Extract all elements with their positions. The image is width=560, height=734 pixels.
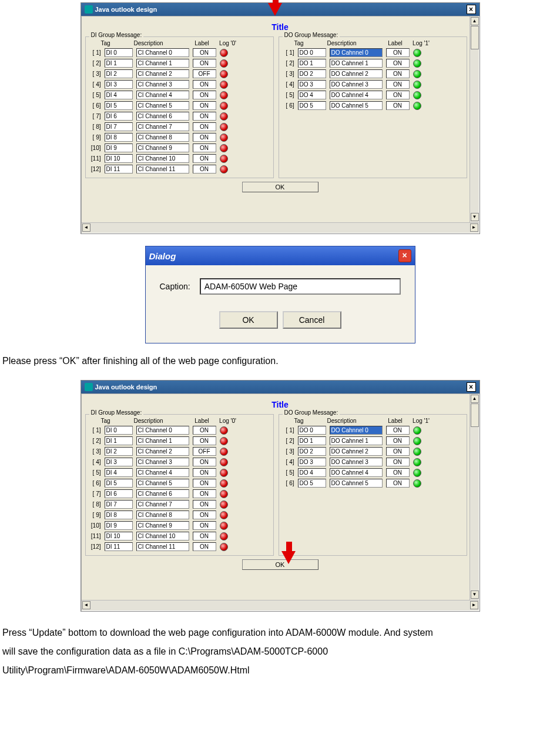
ok-button[interactable]: OK [242,559,318,570]
description-input[interactable] [330,48,383,57]
tag-input[interactable] [105,80,133,89]
description-input[interactable] [330,426,383,435]
label-input[interactable] [193,91,216,99]
label-input[interactable] [386,479,410,488]
label-input[interactable] [386,69,410,78]
description-input[interactable] [136,133,189,142]
description-input[interactable] [136,59,189,68]
description-input[interactable] [136,80,189,89]
label-input[interactable] [193,500,216,509]
description-input[interactable] [136,48,189,57]
scroll-right-icon[interactable]: ► [470,601,478,609]
tag-input[interactable] [298,101,326,110]
description-input[interactable] [136,144,189,152]
description-input[interactable] [136,542,189,551]
tag-input[interactable] [298,48,326,57]
label-input[interactable] [193,489,216,498]
description-input[interactable] [136,436,189,445]
label-input[interactable] [386,436,410,445]
label-input[interactable] [386,91,410,99]
label-input[interactable] [386,80,410,89]
label-input[interactable] [193,479,216,488]
description-input[interactable] [136,165,189,174]
tag-input[interactable] [105,532,133,541]
ok-button[interactable]: OK [242,182,318,192]
description-input[interactable] [136,458,189,466]
label-input[interactable] [193,154,216,163]
description-input[interactable] [330,59,383,68]
label-input[interactable] [193,80,216,89]
scroll-right-icon[interactable]: ► [470,223,478,232]
tag-input[interactable] [105,48,133,57]
label-input[interactable] [193,59,216,68]
label-input[interactable] [193,101,216,110]
description-input[interactable] [330,447,383,456]
close-icon[interactable]: × [467,382,476,392]
label-input[interactable] [193,458,216,466]
scroll-left-icon[interactable]: ◄ [82,601,90,609]
tag-input[interactable] [298,468,326,477]
tag-input[interactable] [105,511,133,519]
tag-input[interactable] [105,468,133,477]
vertical-scrollbar[interactable]: ▲ ▼ [470,16,479,222]
tag-input[interactable] [105,101,133,110]
description-input[interactable] [136,468,189,477]
label-input[interactable] [193,436,216,445]
label-input[interactable] [193,144,216,152]
tag-input[interactable] [105,458,133,466]
description-input[interactable] [136,112,189,121]
label-input[interactable] [193,447,216,456]
label-input[interactable] [386,48,410,57]
description-input[interactable] [136,91,189,99]
tag-input[interactable] [105,542,133,551]
label-input[interactable] [193,133,216,142]
scroll-down-icon[interactable]: ▼ [471,590,479,599]
description-input[interactable] [330,479,383,488]
tag-input[interactable] [105,144,133,152]
scroll-up-icon[interactable]: ▲ [471,395,479,403]
tag-input[interactable] [105,500,133,509]
tag-input[interactable] [298,447,326,456]
description-input[interactable] [136,69,189,78]
label-input[interactable] [193,521,216,530]
tag-input[interactable] [105,426,133,435]
description-input[interactable] [136,479,189,488]
label-input[interactable] [386,447,410,456]
label-input[interactable] [386,468,410,477]
tag-input[interactable] [105,165,133,174]
dialog-cancel-button[interactable]: Cancel [283,311,341,329]
tag-input[interactable] [298,59,326,68]
label-input[interactable] [193,165,216,174]
scroll-thumb[interactable] [471,26,479,49]
tag-input[interactable] [105,112,133,121]
tag-input[interactable] [298,436,326,445]
description-input[interactable] [330,101,383,110]
tag-input[interactable] [298,69,326,78]
tag-input[interactable] [298,479,326,488]
tag-input[interactable] [105,447,133,456]
description-input[interactable] [136,489,189,498]
description-input[interactable] [330,458,383,466]
tag-input[interactable] [298,80,326,89]
label-input[interactable] [193,468,216,477]
description-input[interactable] [330,436,383,445]
label-input[interactable] [193,542,216,551]
description-input[interactable] [136,426,189,435]
description-input[interactable] [136,521,189,530]
label-input[interactable] [193,112,216,121]
tag-input[interactable] [105,133,133,142]
label-input[interactable] [386,458,410,466]
tag-input[interactable] [105,154,133,163]
label-input[interactable] [386,426,410,435]
label-input[interactable] [386,59,410,68]
label-input[interactable] [193,426,216,435]
tag-input[interactable] [105,69,133,78]
horizontal-scrollbar[interactable]: ◄ ► [82,600,479,610]
tag-input[interactable] [105,122,133,131]
horizontal-scrollbar[interactable]: ◄ ► [82,222,479,233]
label-input[interactable] [193,69,216,78]
dialog-ok-button[interactable]: OK [219,311,278,329]
caption-input[interactable] [200,278,401,295]
dialog-close-icon[interactable]: × [398,249,411,262]
description-input[interactable] [330,80,383,89]
